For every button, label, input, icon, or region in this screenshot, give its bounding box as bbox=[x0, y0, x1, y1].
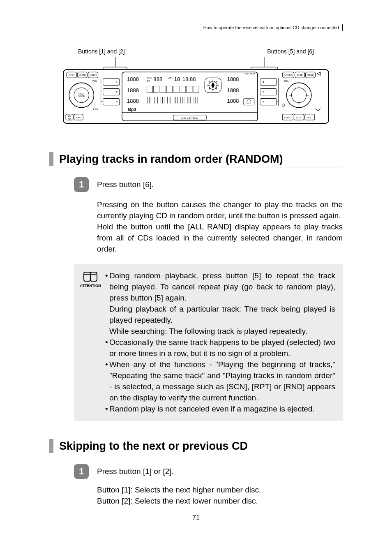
eclipse-label: ECLIPSE bbox=[181, 116, 198, 120]
mute-button: MUTE bbox=[79, 74, 86, 76]
random-para-1: Pressing on the button causes the change… bbox=[97, 199, 343, 222]
step-1-row-skip: 1 Press button [1] or [2]. bbox=[74, 464, 343, 479]
esn-label: ESN bbox=[93, 108, 98, 111]
st-label: ST bbox=[147, 80, 150, 82]
section-skip-title: Skipping to the next or previous CD bbox=[49, 439, 343, 454]
open-button: OPEN bbox=[90, 74, 97, 76]
bullet-1: Doing random playback, press button [5] … bbox=[109, 270, 335, 304]
num-6-button: 6 bbox=[263, 101, 264, 104]
disc-button: DISC bbox=[69, 74, 75, 76]
seek-button: SEEK bbox=[307, 74, 314, 76]
num-3-button: 3 bbox=[116, 101, 118, 104]
num-4-button: 4 bbox=[263, 81, 264, 83]
disc-label: DISC bbox=[168, 76, 174, 79]
attention-label: ATTENTION bbox=[80, 284, 101, 288]
seg1: 1888 bbox=[127, 76, 139, 82]
disp-button: DISP bbox=[297, 74, 302, 76]
attention-icon bbox=[82, 270, 99, 283]
bullet-1c: While searching: The following track is … bbox=[105, 326, 335, 337]
step-badge-2: 1 bbox=[74, 464, 89, 479]
svg-point-83 bbox=[291, 88, 306, 102]
bullet-4: Random play is not canceled even if a ma… bbox=[109, 404, 335, 415]
callout-right: Buttons [5] and [6] bbox=[267, 48, 314, 55]
bullet-3: When any of the functions - "Playing the… bbox=[109, 359, 335, 404]
section-marker-icon bbox=[49, 152, 53, 166]
seg7: 1888 bbox=[227, 76, 239, 82]
vol-label: VOL bbox=[92, 80, 98, 82]
num-5-button: 5 bbox=[263, 91, 264, 94]
seg2: 888 bbox=[153, 76, 162, 82]
rtn-button: RTN bbox=[296, 116, 301, 119]
bullet-2: Occasionally the same track happens to b… bbox=[109, 337, 335, 359]
seg5: 1888 bbox=[127, 87, 139, 93]
section-heading: Playing tracks in random order (RANDOM) bbox=[59, 153, 283, 166]
am-label: AM bbox=[68, 118, 71, 120]
fast-button: FAST bbox=[307, 116, 313, 119]
compass-icon bbox=[205, 78, 221, 93]
skip-line-1: Button [1]: Selects the next higher numb… bbox=[97, 485, 343, 496]
skip-line-2: Button [2]: Selects the next lower numbe… bbox=[97, 496, 343, 507]
callout-left: Buttons [1] and [2] bbox=[78, 48, 125, 55]
num-2-button: 2 bbox=[116, 91, 118, 94]
sound-button: SOUND bbox=[284, 74, 293, 76]
step-instruction-2: Press button [1] or [2]. bbox=[97, 467, 174, 476]
cd-label: CD 3434 bbox=[245, 72, 255, 75]
attention-body: •Doing random playback, press button [5]… bbox=[102, 270, 335, 415]
step-badge: 1 bbox=[74, 177, 89, 192]
receiver-diagram: DISC MUTE OPEN VOL PUSH MODE ESN FMAM PW… bbox=[62, 57, 330, 127]
section-random-title: Playing tracks in random order (RANDOM) bbox=[49, 152, 343, 167]
receiver-svg: DISC MUTE OPEN VOL PUSH MODE ESN FMAM PW… bbox=[62, 57, 330, 127]
mp3-label: Mp3 bbox=[128, 107, 136, 112]
seg3: 18 bbox=[174, 76, 180, 82]
seg6: 1888 bbox=[127, 98, 139, 104]
num-1-button: 1 bbox=[116, 81, 118, 83]
bullet-1b: During playback of a particular track: T… bbox=[105, 304, 335, 326]
push-mode-label-2: MODE bbox=[78, 95, 85, 97]
func-button: FUNC bbox=[284, 116, 291, 119]
section-marker-icon bbox=[49, 439, 53, 453]
src-label: SRC bbox=[147, 76, 152, 79]
seg8: 1888 bbox=[227, 87, 239, 93]
breadcrumb: How to operate the receiver with an opti… bbox=[200, 24, 343, 31]
step-1-row: 1 Press button [6]. bbox=[74, 177, 343, 192]
seg4: 18:88 bbox=[182, 76, 196, 82]
sel-label: SEL bbox=[284, 80, 289, 82]
attention-box: ATTENTION •Doing random playback, press … bbox=[74, 264, 343, 421]
header-bar: How to operate the receiver with an opti… bbox=[49, 24, 343, 33]
seg9: 1888 bbox=[227, 98, 239, 104]
section-heading-2: Skipping to the next or previous CD bbox=[59, 440, 248, 453]
random-para-2: Hold the button until the [ALL RAND] dis… bbox=[97, 222, 343, 255]
page-number: 71 bbox=[0, 514, 392, 522]
step-instruction: Press button [6]. bbox=[97, 180, 154, 189]
diagram-callouts: Buttons [1] and [2] Buttons [5] and [6] bbox=[78, 48, 314, 55]
pwr-button: PWR bbox=[76, 116, 82, 119]
